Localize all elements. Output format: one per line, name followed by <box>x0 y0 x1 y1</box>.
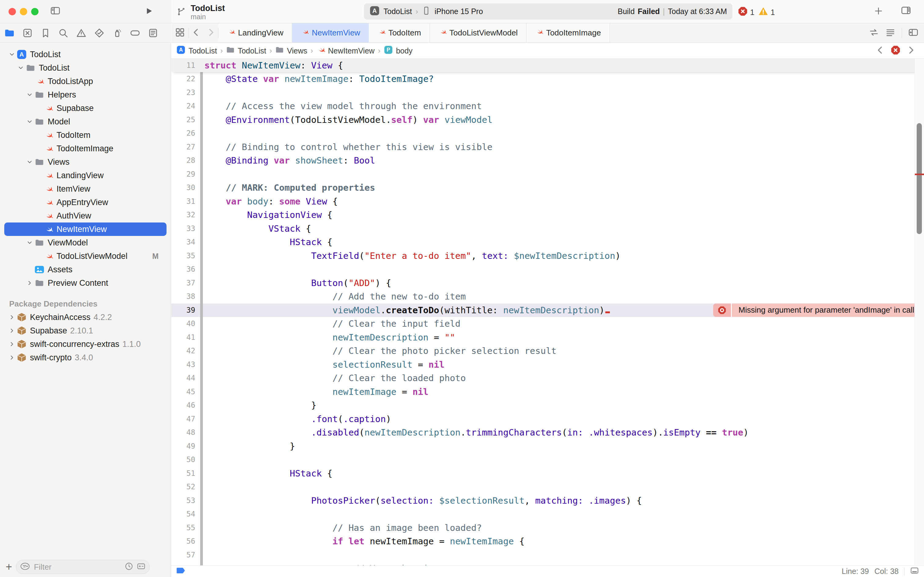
project-navigator-icon[interactable] <box>4 27 15 39</box>
code-text[interactable]: @Binding var showSheet: Bool <box>204 154 924 168</box>
toggle-inspector-sidebar-button[interactable] <box>901 5 911 17</box>
code-text[interactable]: var body: some View { <box>204 195 924 208</box>
source-editor[interactable]: 11struct NewItemView: View {22 @State va… <box>171 59 924 566</box>
disclosure-right-icon[interactable] <box>7 314 16 321</box>
line-number[interactable]: 36 <box>171 265 200 274</box>
code-line-35[interactable]: 35 TextField("Enter a to-do item", text:… <box>171 249 924 263</box>
line-number[interactable]: 54 <box>171 510 200 518</box>
report-icon[interactable] <box>147 27 159 39</box>
line-number[interactable]: 31 <box>171 197 200 206</box>
package-item-swift-concurrency-extras[interactable]: swift-concurrency-extras1.1.0 <box>4 337 167 351</box>
tab-TodoItem[interactable]: TodoItem <box>369 23 430 42</box>
code-line-23[interactable]: 23 <box>171 86 924 100</box>
code-text[interactable]: // MARK: Computed properties <box>204 181 924 195</box>
disclosure-down-icon[interactable] <box>25 159 34 165</box>
bookmark-icon[interactable] <box>40 27 52 39</box>
sidebar-item-Supabase[interactable]: Supabase <box>4 102 167 115</box>
issue-icon[interactable] <box>76 27 87 39</box>
line-number[interactable]: 47 <box>171 415 200 423</box>
code-text[interactable]: // Clear the input field <box>204 317 924 331</box>
code-line-36[interactable]: 36 <box>171 263 924 276</box>
line-number[interactable]: 37 <box>171 279 200 287</box>
filter-field[interactable] <box>16 560 150 574</box>
line-number[interactable]: 39 <box>171 306 200 314</box>
line-number[interactable]: 42 <box>171 347 200 355</box>
line-number[interactable]: 53 <box>171 496 200 505</box>
sidebar-item-Assets[interactable]: Assets <box>4 263 167 276</box>
line-number[interactable]: 27 <box>171 143 200 151</box>
code-text[interactable]: } <box>204 440 924 453</box>
code-line-27[interactable]: 27 // Binding to control whether this vi… <box>171 140 924 154</box>
code-line-57[interactable]: 57 <box>171 548 924 562</box>
code-line-22[interactable]: 22 @State var newItemImage: TodoItemImag… <box>171 72 924 86</box>
code-line-37[interactable]: 37 Button("ADD") { <box>171 276 924 290</box>
zoom-window-button[interactable] <box>31 8 39 15</box>
code-line-28[interactable]: 28 @Binding var showSheet: Bool <box>171 154 924 168</box>
sidebar-item-Preview Content[interactable]: Preview Content <box>4 276 167 290</box>
code-line-56[interactable]: 56 if let newItemImage = newItemImage { <box>171 535 924 548</box>
code-line-53[interactable]: 53 PhotosPicker(selection: $selectionRes… <box>171 494 924 508</box>
line-number[interactable]: 25 <box>171 116 200 124</box>
breadcrumb-item-body[interactable]: Pbody <box>384 45 412 56</box>
line-number[interactable]: 55 <box>171 524 200 532</box>
minimize-window-button[interactable] <box>20 8 27 15</box>
code-text[interactable]: .font(.caption) <box>204 412 924 426</box>
disclosure-down-icon[interactable] <box>7 51 16 58</box>
sidebar-item-ItemView[interactable]: ItemView <box>4 182 167 196</box>
code-text[interactable]: HStack { <box>204 235 924 249</box>
code-line-41[interactable]: 41 newItemDescription = "" <box>171 331 924 345</box>
new-tab-button[interactable] <box>873 6 884 18</box>
line-number[interactable]: 46 <box>171 401 200 409</box>
sidebar-item-AuthView[interactable]: AuthView <box>4 209 167 222</box>
bottom-panel-toggle-icon[interactable] <box>910 566 919 577</box>
sidebar-item-TodoItemImage[interactable]: TodoItemImage <box>4 142 167 155</box>
issue-error-icon[interactable] <box>890 45 901 56</box>
find-icon[interactable] <box>58 27 69 39</box>
sidebar-item-Helpers[interactable]: Helpers <box>4 88 167 102</box>
code-line-45[interactable]: 45 newItemImage = nil <box>171 385 924 399</box>
disclosure-down-icon[interactable] <box>25 239 34 246</box>
code-text[interactable]: Button("ADD") { <box>204 276 924 290</box>
code-line-26[interactable]: 26 <box>171 127 924 140</box>
code-line-46[interactable]: 46 } <box>171 398 924 412</box>
line-number[interactable]: 45 <box>171 387 200 396</box>
breadcrumb-item-NewItemView[interactable]: NewItemView <box>317 45 375 56</box>
code-text[interactable]: .disabled(newItemDescription.trimmingCha… <box>204 426 924 440</box>
sidebar-item-TodoItem[interactable]: TodoItem <box>4 128 167 142</box>
line-number[interactable]: 29 <box>171 170 200 179</box>
code-text[interactable]: // Has an image been loaded? <box>204 521 924 535</box>
code-line-52[interactable]: 52 <box>171 480 924 494</box>
code-text[interactable]: PhotosPicker(selection: $selectionResult… <box>204 494 924 508</box>
sidebar-item-LandingView[interactable]: LandingView <box>4 169 167 182</box>
line-number[interactable]: 50 <box>171 455 200 464</box>
line-number[interactable]: 38 <box>171 292 200 301</box>
code-text[interactable]: HStack { <box>204 467 924 480</box>
breadcrumb-item-TodoList[interactable]: TodoList <box>226 45 266 56</box>
disclosure-right-icon[interactable] <box>25 280 34 286</box>
disclosure-right-icon[interactable] <box>7 327 16 334</box>
sidebar-item-TodoListApp[interactable]: TodoListApp <box>4 74 167 88</box>
line-number[interactable]: 57 <box>171 551 200 559</box>
activity-status-bar[interactable]: A TodoList › iPhone 15 Pro Build Failed … <box>364 3 732 19</box>
sidebar-item-AppEntryView[interactable]: AppEntryView <box>4 196 167 209</box>
sidebar-item-ViewModel[interactable]: ViewModel <box>4 236 167 249</box>
recent-files-clock-icon[interactable] <box>124 562 134 572</box>
code-text[interactable]: @Environment(TodoListViewModel.self) var… <box>204 113 924 127</box>
line-number[interactable]: 11 <box>171 61 200 70</box>
line-number[interactable]: 24 <box>171 102 200 110</box>
code-line-54[interactable]: 54 <box>171 507 924 521</box>
code-line-47[interactable]: 47 .font(.caption) <box>171 412 924 426</box>
sidebar-item-TodoList[interactable]: TodoList <box>4 61 167 74</box>
code-line-51[interactable]: 51 HStack { <box>171 467 924 480</box>
line-number[interactable]: 51 <box>171 469 200 478</box>
package-item-swift-crypto[interactable]: swift-crypto3.4.0 <box>4 351 167 364</box>
code-text[interactable]: // Access the view model through the env… <box>204 99 924 113</box>
go-back-button[interactable] <box>189 23 203 42</box>
code-line-11[interactable]: 11struct NewItemView: View { <box>171 59 924 72</box>
close-window-button[interactable] <box>8 8 16 15</box>
breakpoints-toggle-button[interactable] <box>176 567 186 576</box>
code-line-30[interactable]: 30 // MARK: Computed properties <box>171 181 924 195</box>
tab-TodoListViewModel[interactable]: TodoListViewModel <box>430 23 527 42</box>
tab-LandingView[interactable]: LandingView <box>219 23 292 42</box>
disclosure-down-icon[interactable] <box>25 91 34 98</box>
